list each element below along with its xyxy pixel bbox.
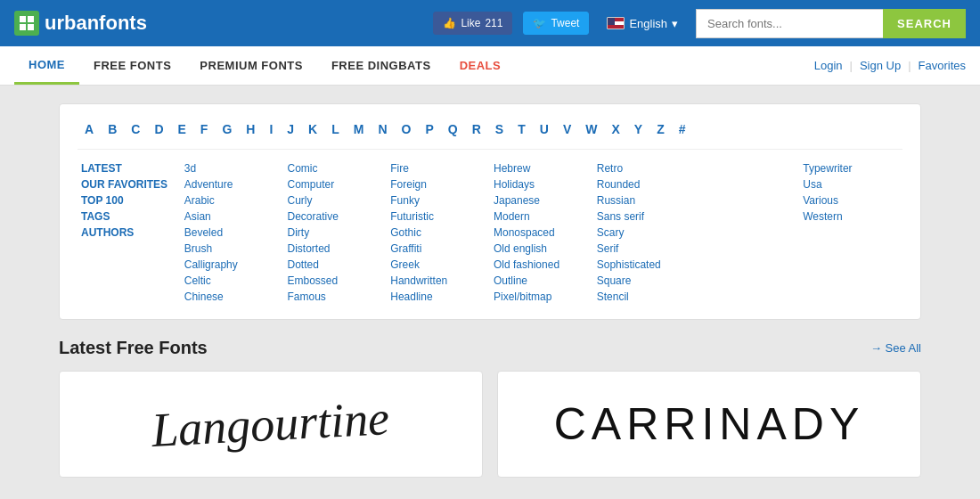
cat-item-old-english[interactable]: Old english <box>494 241 590 257</box>
nav-item-home[interactable]: HOME <box>14 47 79 85</box>
cat-item-futuristic[interactable]: Futuristic <box>390 209 486 225</box>
cat-item-top-100[interactable]: TOP 100 <box>81 192 177 209</box>
alpha-letter-o[interactable]: O <box>395 119 419 140</box>
cat-item-serif[interactable]: Serif <box>597 241 693 257</box>
cat-item-stencil[interactable]: Stencil <box>597 289 693 305</box>
cat-item-authors[interactable]: AUTHORS <box>81 225 177 241</box>
alpha-letter-v[interactable]: V <box>556 119 578 140</box>
alpha-letter-i[interactable]: I <box>262 119 280 140</box>
nav-item-free-dingbats[interactable]: FREE DINGBATS <box>317 48 445 83</box>
cat-item-our-favorites[interactable]: OUR FAVORITES <box>81 176 177 192</box>
cat-item-brush[interactable]: Brush <box>184 241 281 257</box>
alpha-letter-s[interactable]: S <box>488 119 510 140</box>
cat-item-handwritten[interactable]: Handwritten <box>390 273 486 289</box>
cat-item-outline[interactable]: Outline <box>494 273 590 289</box>
cat-item-decorative[interactable]: Decorative <box>288 209 384 225</box>
cat-item-old-fashioned[interactable]: Old fashioned <box>494 257 590 273</box>
cat-item-rounded[interactable]: Rounded <box>597 176 693 192</box>
alpha-letter-a[interactable]: A <box>78 119 101 140</box>
cat-item-gothic[interactable]: Gothic <box>390 225 486 241</box>
tweet-button[interactable]: 🐦 Tweet <box>523 12 589 35</box>
cat-item-square[interactable]: Square <box>597 273 693 289</box>
font-card-2[interactable]: CARRINADY <box>497 371 921 478</box>
cat-item-hebrew[interactable]: Hebrew <box>494 160 590 176</box>
alpha-letter-t[interactable]: T <box>510 119 533 140</box>
alpha-letter-p[interactable]: P <box>418 119 440 140</box>
cat-item-monospaced[interactable]: Monospaced <box>494 225 590 241</box>
cat-item-tags[interactable]: TAGS <box>81 209 177 225</box>
cat-item-comic[interactable]: Comic <box>288 160 384 176</box>
alpha-letter-u[interactable]: U <box>533 119 556 140</box>
cat-item-dirty[interactable]: Dirty <box>288 225 384 241</box>
logo[interactable]: urbanfonts <box>14 11 147 36</box>
login-link[interactable]: Login <box>814 59 843 72</box>
alpha-letter-#[interactable]: # <box>672 119 693 140</box>
alpha-letter-c[interactable]: C <box>124 119 147 140</box>
cat-item-dotted[interactable]: Dotted <box>288 257 384 273</box>
cat-item-western[interactable]: Western <box>803 209 899 225</box>
cat-item-usa[interactable]: Usa <box>803 176 899 192</box>
alpha-letter-y[interactable]: Y <box>627 119 649 140</box>
alpha-letter-b[interactable]: B <box>101 119 124 140</box>
cat-item-calligraphy[interactable]: Calligraphy <box>184 257 281 273</box>
cat-item-3d[interactable]: 3d <box>184 160 281 176</box>
cat-item-beveled[interactable]: Beveled <box>184 225 281 241</box>
language-selector[interactable]: English ▾ <box>600 12 685 35</box>
cat-item-foreign[interactable]: Foreign <box>390 176 486 192</box>
cat-item-graffiti[interactable]: Graffiti <box>390 241 486 257</box>
alpha-letter-w[interactable]: W <box>578 119 604 140</box>
chevron-down-icon: ▾ <box>672 17 678 30</box>
cat-item-curly[interactable]: Curly <box>288 192 384 209</box>
cat-item-arabic[interactable]: Arabic <box>184 192 281 209</box>
cat-item-russian[interactable]: Russian <box>597 192 693 209</box>
alpha-letter-x[interactable]: X <box>604 119 626 140</box>
cat-item-latest[interactable]: LATEST <box>81 160 177 176</box>
alpha-letter-l[interactable]: L <box>324 119 347 140</box>
cat-item-various[interactable]: Various <box>803 192 899 209</box>
like-button[interactable]: 👍 Like 211 <box>433 12 512 35</box>
search-input[interactable] <box>696 9 883 38</box>
alpha-letter-f[interactable]: F <box>193 119 216 140</box>
font-card-1[interactable]: Langourtine <box>59 371 483 478</box>
cat-item-japanese[interactable]: Japanese <box>494 192 590 209</box>
cat-item-computer[interactable]: Computer <box>288 176 384 192</box>
nav-item-premium-fonts[interactable]: PREMIUM FONTS <box>185 48 317 83</box>
alpha-letter-g[interactable]: G <box>215 119 239 140</box>
alpha-letter-q[interactable]: Q <box>441 119 465 140</box>
alpha-letter-j[interactable]: J <box>280 119 301 140</box>
cat-item-pixel/bitmap[interactable]: Pixel/bitmap <box>494 289 590 305</box>
cat-item-typewriter[interactable]: Typewriter <box>803 160 899 176</box>
nav-item-free-fonts[interactable]: FREE FONTS <box>79 48 185 83</box>
cat-item-embossed[interactable]: Embossed <box>288 273 384 289</box>
cat-item-modern[interactable]: Modern <box>494 209 590 225</box>
cat-item-celtic[interactable]: Celtic <box>184 273 281 289</box>
alpha-letter-z[interactable]: Z <box>649 119 672 140</box>
alpha-letter-d[interactable]: D <box>147 119 170 140</box>
favorites-link[interactable]: Favorites <box>919 59 966 72</box>
cat-item-sans-serif[interactable]: Sans serif <box>597 209 693 225</box>
cat-item-asian[interactable]: Asian <box>184 209 281 225</box>
cat-item-famous[interactable]: Famous <box>288 289 384 305</box>
cat-item-headline[interactable]: Headline <box>390 289 486 305</box>
alpha-letter-e[interactable]: E <box>171 119 193 140</box>
cat-item-fire[interactable]: Fire <box>390 160 486 176</box>
cat-item-chinese[interactable]: Chinese <box>184 289 281 305</box>
cat-item-distorted[interactable]: Distorted <box>288 241 384 257</box>
cat-item-holidays[interactable]: Holidays <box>494 176 590 192</box>
cat-item-funky[interactable]: Funky <box>390 192 486 209</box>
alpha-letter-r[interactable]: R <box>465 119 488 140</box>
alpha-letter-h[interactable]: H <box>239 119 262 140</box>
cat-item-scary[interactable]: Scary <box>597 225 693 241</box>
see-all-link[interactable]: → See All <box>870 341 921 355</box>
search-button[interactable]: SEARCH <box>883 9 966 38</box>
signup-link[interactable]: Sign Up <box>860 59 901 72</box>
nav-item-deals[interactable]: DEALS <box>445 48 516 83</box>
logo-icon <box>14 11 39 36</box>
cat-item-adventure[interactable]: Adventure <box>184 176 281 192</box>
alpha-letter-m[interactable]: M <box>347 119 372 140</box>
cat-item-sophisticated[interactable]: Sophisticated <box>597 257 693 273</box>
cat-item-retro[interactable]: Retro <box>597 160 693 176</box>
cat-item-greek[interactable]: Greek <box>390 257 486 273</box>
alpha-letter-n[interactable]: N <box>371 119 394 140</box>
alpha-letter-k[interactable]: K <box>301 119 324 140</box>
